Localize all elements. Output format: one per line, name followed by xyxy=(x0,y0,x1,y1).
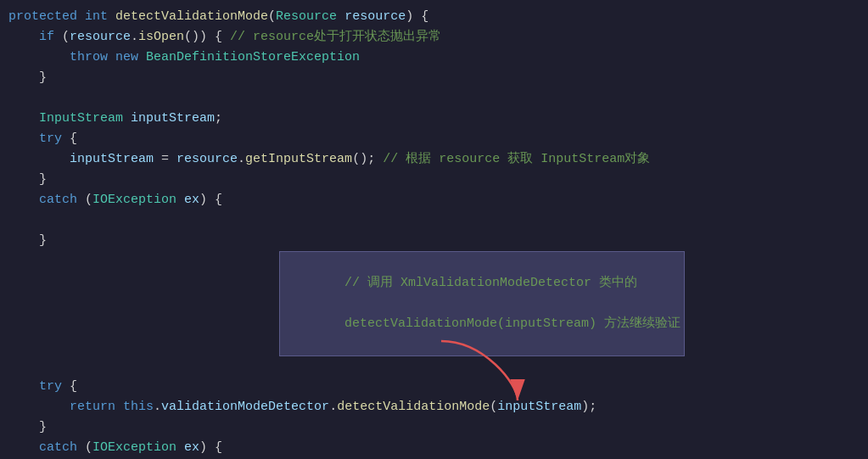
code-line-2: if ( resource . isOpen ()) { // resource… xyxy=(0,27,868,48)
keyword-new: new xyxy=(115,48,138,68)
code-editor: protected int detectValidationMode ( Res… xyxy=(0,0,868,459)
type-IOException1: IOException xyxy=(92,190,176,210)
code-line-9: } xyxy=(0,170,868,190)
code-line-10: catch ( IOException ex ) { xyxy=(0,190,868,210)
param-inputStream3: inputStream xyxy=(497,397,581,417)
param-validationModeDetector: validationModeDetector xyxy=(161,397,329,417)
tooltip-comment: // 调用 XmlValidationModeDetector 类中的 dete… xyxy=(233,231,685,377)
code-line-1: protected int detectValidationMode ( Res… xyxy=(0,7,868,27)
param-ex1: ex xyxy=(184,190,199,210)
code-line-12: } // 调用 XmlValidationModeDetector 类中的 de… xyxy=(0,231,868,377)
code-line-13: try { xyxy=(0,377,868,397)
code-line-11 xyxy=(0,210,868,231)
keyword-return: return xyxy=(70,397,115,417)
code-line-16: catch ( IOException ex ) { xyxy=(0,438,868,458)
method-isOpen: isOpen xyxy=(138,27,184,48)
code-line-7: try { xyxy=(0,129,868,149)
type-BeanDefinitionStoreException: BeanDefinitionStoreException xyxy=(146,48,360,68)
tooltip-line1-text: // 调用 XmlValidationModeDetector 类中的 xyxy=(344,276,637,290)
type-InputStream: InputStream xyxy=(39,109,123,129)
code-line-5 xyxy=(0,88,868,109)
method-detectValidationMode2: detectValidationMode xyxy=(337,397,490,417)
code-line-15: } xyxy=(0,417,868,438)
keyword-if: if xyxy=(39,27,54,48)
code-line-8: inputStream = resource . getInputStream … xyxy=(0,149,868,170)
code-line-6: InputStream inputStream ; xyxy=(0,109,868,129)
code-line-4: } xyxy=(0,68,868,88)
method-getInputStream: getInputStream xyxy=(245,149,352,170)
tooltip-highlight-box: // 调用 XmlValidationModeDetector 类中的 dete… xyxy=(279,251,685,356)
keyword-this: this xyxy=(123,397,154,417)
keyword-throw: throw xyxy=(70,48,108,68)
keyword-catch2: catch xyxy=(39,438,77,458)
param-ex2: ex xyxy=(184,438,199,458)
keyword-protected: protected xyxy=(8,7,77,27)
comment-2: // 根据 resource 获取 InputStream对象 xyxy=(383,149,650,170)
type-Resource: Resource xyxy=(276,7,337,27)
method-detectValidationMode: detectValidationMode xyxy=(115,7,268,27)
type-IOException2: IOException xyxy=(92,438,176,458)
code-line-14: return this . validationModeDetector . d… xyxy=(0,397,868,417)
keyword-try1: try xyxy=(39,129,62,149)
code-line-3: throw new BeanDefinitionStoreException xyxy=(0,48,868,68)
param-resource2: resource xyxy=(70,27,131,48)
comment-1: // resource处于打开状态抛出异常 xyxy=(230,27,441,48)
keyword-int: int xyxy=(85,7,108,27)
param-resource3: resource xyxy=(176,149,238,170)
keyword-try2: try xyxy=(39,377,62,397)
param-inputStream2: inputStream xyxy=(70,149,154,170)
param-resource: resource xyxy=(344,7,406,27)
param-inputStream: inputStream xyxy=(131,109,215,129)
tooltip-line2-text: detectValidationMode(inputStream) 方法继续验证 xyxy=(344,316,680,331)
keyword-catch1: catch xyxy=(39,190,77,210)
